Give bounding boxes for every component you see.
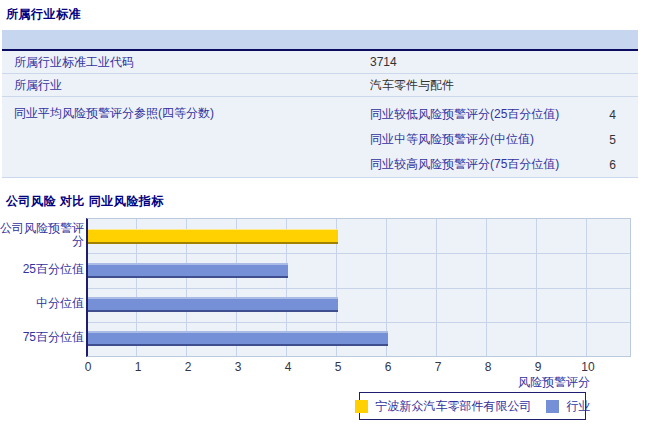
x-tick-label: 1 [125,360,151,374]
x-tick-label: 6 [375,360,401,374]
legend-item: 行业 [546,398,591,415]
gridline [88,322,630,323]
x-tick-label: 5 [325,360,351,374]
x-axis-label: 风险预警评分 [390,374,590,391]
chart-plot-area [86,218,631,357]
gridline [88,288,630,289]
bar [88,229,338,244]
x-tick-label: 7 [425,360,451,374]
x-tick-label: 0 [75,360,101,374]
x-tick-label: 4 [275,360,301,374]
x-tick-label: 3 [225,360,251,374]
category-label: 中分位值 [0,287,84,321]
x-tick-label: 2 [175,360,201,374]
x-tick-label: 8 [475,360,501,374]
bar [88,331,388,346]
bar [88,263,288,278]
legend-label: 宁波新众汽车零部件有限公司 [376,398,532,415]
legend-item: 宁波新众汽车零部件有限公司 [355,398,532,415]
legend-swatch-company [355,400,368,413]
legend-label: 行业 [567,398,591,415]
category-label: 75百分位值 [0,321,84,355]
gridline [88,253,630,254]
x-tick-label: 9 [525,360,551,374]
x-tick-label: 10 [575,360,601,374]
bar [88,297,338,312]
category-label: 25百分位值 [0,252,84,286]
risk-comparison-bar-chart: 风险预警评分 宁波新众汽车零部件有限公司行业 公司风险预警评分25百分位值中分位… [0,0,652,430]
chart-legend: 宁波新众汽车零部件有限公司行业 [359,392,586,420]
category-label: 公司风险预警评分 [0,218,84,252]
legend-swatch-industry [546,400,559,413]
